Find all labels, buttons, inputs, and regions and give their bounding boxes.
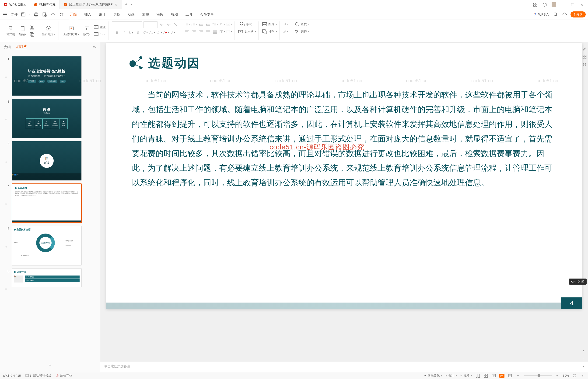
tab-slideshow[interactable]: 放映 [141,10,150,19]
zoom-in-icon[interactable]: + [555,373,559,378]
tab-transition[interactable]: 切换 [112,10,121,19]
italic-icon[interactable]: I [121,30,127,35]
panel-menu-icon[interactable]: ≡▾ [93,45,96,49]
numbering-icon[interactable]: 123▾ [191,21,197,27]
layers-icon[interactable] [582,63,587,67]
align-center-icon[interactable] [191,29,197,34]
decrease-font-icon[interactable]: A⁻ [166,22,171,28]
zoom-level[interactable]: 89% [563,374,569,377]
tab-templates[interactable]: 找稻壳模板 [30,0,60,9]
add-slide-button[interactable]: + [0,359,100,372]
shape-button[interactable]: 形状▾ [239,21,254,27]
strikethrough-icon[interactable]: S [135,30,141,35]
expand-icon[interactable]: ⤢ [580,373,585,378]
align-left-icon[interactable] [184,29,190,34]
underline-icon[interactable]: U▾ [128,30,134,35]
textbox-button[interactable]: A 文本框▾ [238,29,256,34]
distribute-icon[interactable] [212,29,218,34]
file-menu[interactable]: 文件 [11,12,18,17]
picture-button[interactable]: 图片▾ [262,21,277,27]
reading-view-icon[interactable] [491,373,496,378]
align-justify-icon[interactable] [205,29,211,34]
missing-font-indicator[interactable]: 缺失字体 [56,374,72,378]
text-direction-icon[interactable]: 文▾ [219,21,225,27]
redo-icon[interactable] [59,12,64,17]
font-size-select[interactable] [144,21,157,28]
notes-pane[interactable]: 单击此处添加备注 [100,362,588,372]
thumbnail-1[interactable]: 毕业论文答辩动态模板 电子信息学院电子信息科学与技术专业 汇报人xxx指导老师x… [12,56,82,96]
tab-design[interactable]: 设计 [98,10,107,19]
maximize-icon[interactable] [570,2,575,7]
reset-button[interactable]: 重置 [93,24,106,30]
pencil-icon[interactable] [582,47,587,51]
close-icon[interactable]: ✕ [115,3,118,7]
convert-smartart-icon[interactable]: ▾ [226,29,232,34]
cloud-icon[interactable] [562,12,567,17]
new-tab-button[interactable]: + [122,2,130,7]
template-indicator[interactable]: 3_默认设计模板 [25,374,51,378]
down-arrow-icon[interactable]: ▼ [582,365,587,370]
thumbnail-3[interactable]: 📋 Part 1 绪 论 🎓👥🎓 [12,141,82,181]
star-icon[interactable]: ☆ [4,75,7,79]
highlight-icon[interactable]: ▾ [156,30,162,35]
print-preview-icon[interactable] [42,12,47,17]
thumbnail-4[interactable]: 选题动因 当前的网络技术，软件技术等都具备成熟的理论基础，市场上也出现各种技术开… [12,183,82,223]
fit-window-icon[interactable] [572,373,577,378]
wps-ai-button[interactable]: WPS AI [534,13,550,16]
section-button[interactable]: 节▾ [93,32,106,37]
grid-icon[interactable] [582,55,587,59]
star-icon[interactable]: ☆ [4,245,7,248]
star-icon[interactable]: ☆ [4,287,7,291]
notes-toggle[interactable]: ≡ 备注▾ [445,374,457,378]
sorter-view-icon[interactable] [484,373,488,378]
normal-view-icon[interactable] [475,373,480,378]
tab-document[interactable]: P 线上教育培训办公系统答辩PP ✕ [60,0,122,9]
close-window-icon[interactable]: ✕ [580,2,584,7]
zoom-slider[interactable] [524,375,552,376]
slideshow-button[interactable]: ▶▾ [499,374,504,378]
bold-icon[interactable]: B [114,30,120,35]
increase-font-icon[interactable]: A⁺ [159,22,165,28]
select-button[interactable]: 选择▾ [294,29,309,34]
outline-icon[interactable]: ▾ [283,29,288,34]
thumbnail-2[interactable]: 目 录 Contents ☀Part 1绪 论 ⚙Part 2研究方法 ✦Par… [12,99,82,138]
comments-toggle[interactable]: ✎ 批注▾ [460,374,472,378]
bullets-icon[interactable]: ▾ [184,21,190,27]
slide-wrap[interactable]: 选题动因 当前的网络技术，软件技术等都具备成熟的理论基础，市场上也出现各种技术开… [100,42,588,362]
format-painter-button[interactable]: 格式刷 [5,24,16,37]
star-icon[interactable]: ☆ [4,202,7,206]
undo-icon[interactable] [50,12,56,17]
vertical-dots-icon[interactable]: ⋮ [582,357,587,362]
thumbnail-5[interactable]: 主要技术介绍 boot分页________ 关键技术介绍 MySQL数据库___… [12,226,82,266]
tab-tools[interactable]: 工具 [185,10,193,19]
grid-tool-icon[interactable] [508,373,512,378]
decrease-indent-icon[interactable] [198,21,204,27]
text-effects-icon[interactable]: A▾ [170,30,176,35]
tab-animation[interactable]: 动画 [127,10,135,19]
slide-body-text[interactable]: 当前的网络技术，软件技术等都具备成熟的理论基础，市场上也出现各种技术开发的软件，… [130,83,559,195]
font-color-icon[interactable]: A▾ [163,30,169,35]
font-family-select[interactable] [112,21,142,28]
slide-counter[interactable]: 幻灯片 4 / 15 [3,374,21,378]
avatar-icon[interactable] [552,2,556,7]
star-icon[interactable]: ☆ [4,117,7,121]
arrange-button[interactable]: 排列▾ [262,29,277,34]
new-slide-button[interactable]: 新建幻灯片▾ [62,24,81,37]
slides-tab[interactable]: 幻灯片 [16,44,27,50]
align-text-icon[interactable]: ▾ [226,21,232,27]
from-current-button[interactable]: 当页开始▾ [41,24,56,37]
superscript-icon[interactable]: X²▾ [142,30,148,35]
line-spacing-icon[interactable]: ▾ [212,21,218,27]
print-icon[interactable] [33,12,39,17]
increase-indent-icon[interactable] [205,21,211,27]
layout-button[interactable]: 版式▾ [82,24,92,37]
fill-icon[interactable]: ▾ [283,21,288,27]
smart-beautify-button[interactable]: ✦ 智能美化▾ [424,374,442,378]
search-icon[interactable] [553,12,558,17]
share-button[interactable]: ⤴ 分享 [571,11,586,17]
tab-view[interactable]: 视图 [170,10,179,19]
copy-icon[interactable] [29,32,35,37]
new-tab-dropdown[interactable]: ▾ [131,3,132,6]
app-menu-icon[interactable] [533,2,538,7]
align-right-icon[interactable] [198,29,204,34]
